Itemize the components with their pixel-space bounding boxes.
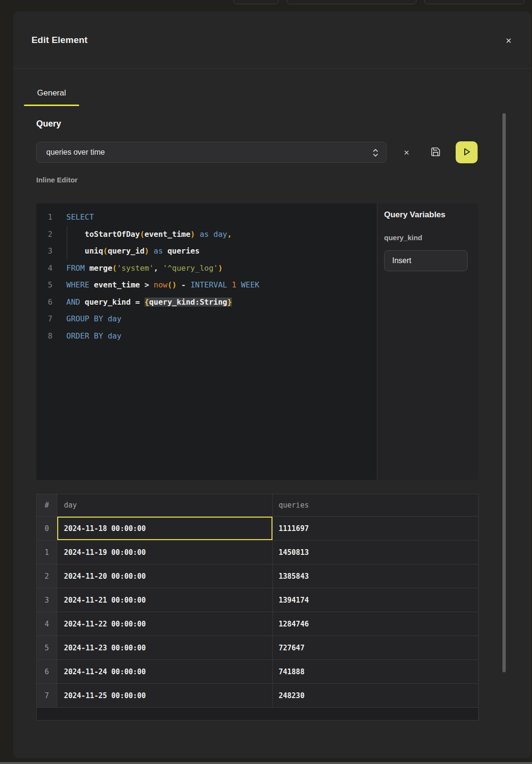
code-line: 4FROM merge('system', '^query_log') <box>36 260 377 277</box>
cell-queries[interactable]: 727647 <box>273 636 478 659</box>
row-index: 0 <box>37 517 57 540</box>
cell-day[interactable]: 2024-11-25 00:00:00 <box>57 684 273 707</box>
column-header-queries: queries <box>273 494 478 516</box>
inline-editor-label: Inline Editor <box>36 176 78 184</box>
query-select-value: queries over time <box>46 148 105 157</box>
cell-day-selected[interactable]: 2024-11-18 00:00:00 <box>57 517 273 540</box>
cell-day[interactable]: 2024-11-19 00:00:00 <box>57 541 273 564</box>
query-variables-heading: Query Variables <box>384 210 446 220</box>
background-button[interactable] <box>424 0 524 4</box>
clear-icon: ✕ <box>404 149 410 157</box>
code-text: AND query_kind = {query_kind:String} <box>52 294 232 311</box>
code-line: 6AND query_kind = {query_kind:String} <box>36 294 377 311</box>
row-index: 6 <box>37 660 57 683</box>
modal-title: Edit Element <box>31 35 87 45</box>
query-variables-panel: Query Variables query_kind Insert <box>377 203 479 480</box>
code-text: toStartOfDay(event_time) as day, <box>52 226 232 243</box>
code-line: 7GROUP BY day <box>36 310 377 328</box>
code-text: SELECT <box>52 209 94 226</box>
tab-general[interactable]: General <box>24 80 79 106</box>
background-button[interactable] <box>233 0 279 4</box>
row-index: 1 <box>37 541 57 564</box>
tab-general-label: General <box>37 88 66 98</box>
table-row: 12024-11-19 00:00:001450813 <box>37 540 478 564</box>
column-header-index: # <box>37 494 57 516</box>
close-icon: ✕ <box>505 36 511 45</box>
table-bottom-scroll-track[interactable] <box>37 707 478 720</box>
horizontal-scrollbar[interactable] <box>0 762 532 764</box>
line-number: 6 <box>36 294 52 311</box>
background-button[interactable] <box>287 0 417 4</box>
line-number: 7 <box>36 310 52 328</box>
variable-name-label: query_kind <box>384 233 422 242</box>
code-text: GROUP BY day <box>52 310 122 328</box>
code-line: 5WHERE event_time > now() - INTERVAL 1 W… <box>36 276 377 294</box>
table-row: 52024-11-23 00:00:00727647 <box>37 636 478 659</box>
table-body: 02024-11-18 00:00:00111169712024-11-19 0… <box>37 516 478 707</box>
column-header-day: day <box>57 494 273 516</box>
modal-scrollbar[interactable] <box>502 113 506 672</box>
table-row: 32024-11-21 00:00:001394174 <box>37 588 478 612</box>
line-number: 5 <box>36 276 52 294</box>
query-section-heading: Query <box>36 119 61 129</box>
code-area[interactable]: 1SELECT2 toStartOfDay(event_time) as day… <box>36 203 377 480</box>
save-icon <box>430 147 441 159</box>
cell-day[interactable]: 2024-11-23 00:00:00 <box>57 636 273 659</box>
code-line: 3 uniq(query_id) as queries <box>36 243 377 260</box>
run-query-button[interactable] <box>456 141 478 163</box>
code-lines: 1SELECT2 toStartOfDay(event_time) as day… <box>36 203 377 344</box>
row-index: 7 <box>37 684 57 707</box>
code-text: ORDER BY day <box>52 328 122 345</box>
row-index: 2 <box>37 564 57 588</box>
table-header-row: # day queries <box>37 494 478 516</box>
row-index: 5 <box>37 636 57 659</box>
cell-queries[interactable]: 248230 <box>273 684 478 707</box>
line-number: 3 <box>36 243 52 260</box>
table-row: 22024-11-20 00:00:001385843 <box>37 564 478 588</box>
active-tab-underline <box>24 105 79 106</box>
code-text: FROM merge('system', '^query_log') <box>52 260 223 277</box>
cell-day[interactable]: 2024-11-22 00:00:00 <box>57 612 273 636</box>
cell-queries[interactable]: 1111697 <box>273 517 478 540</box>
line-number: 2 <box>36 226 52 243</box>
results-table: # day queries 02024-11-18 00:00:00111169… <box>36 494 479 721</box>
cell-queries[interactable]: 1385843 <box>273 564 478 588</box>
table-row: 72024-11-25 00:00:00248230 <box>37 683 478 707</box>
cell-day[interactable]: 2024-11-20 00:00:00 <box>57 564 273 588</box>
cell-queries[interactable]: 1450813 <box>273 541 478 564</box>
edit-element-modal: Edit Element ✕ General Query queries ove… <box>13 11 531 758</box>
select-up-down-icon <box>373 149 378 159</box>
line-number: 4 <box>36 260 52 277</box>
indent-guide <box>67 226 67 259</box>
table-row: 02024-11-18 00:00:001111697 <box>37 516 478 540</box>
clear-query-button[interactable]: ✕ <box>401 147 412 159</box>
tab-bar: General <box>13 80 531 106</box>
code-text: uniq(query_id) as queries <box>52 243 199 260</box>
row-index: 4 <box>37 612 57 636</box>
cell-day[interactable]: 2024-11-21 00:00:00 <box>57 588 273 612</box>
line-number: 8 <box>36 328 52 345</box>
code-text: WHERE event_time > now() - INTERVAL 1 WE… <box>52 276 260 294</box>
sql-editor: 1SELECT2 toStartOfDay(event_time) as day… <box>36 203 479 480</box>
query-select[interactable]: queries over time <box>36 142 386 163</box>
code-line: 8ORDER BY day <box>36 328 377 345</box>
row-index: 3 <box>37 588 57 612</box>
modal-header: Edit Element ✕ <box>13 11 531 69</box>
save-query-button[interactable] <box>429 146 442 159</box>
code-line: 2 toStartOfDay(event_time) as day, <box>36 226 377 243</box>
close-button[interactable]: ✕ <box>503 35 514 46</box>
code-line: 1SELECT <box>36 209 377 226</box>
insert-variable-button[interactable]: Insert <box>384 250 468 271</box>
cell-queries[interactable]: 741888 <box>273 660 478 683</box>
line-number: 1 <box>36 209 52 226</box>
cell-queries[interactable]: 1394174 <box>273 588 478 612</box>
table-row: 42024-11-22 00:00:001284746 <box>37 612 478 636</box>
cell-queries[interactable]: 1284746 <box>273 612 478 636</box>
table-row: 62024-11-24 00:00:00741888 <box>37 659 478 683</box>
play-icon <box>461 146 472 159</box>
cell-day[interactable]: 2024-11-24 00:00:00 <box>57 660 273 683</box>
